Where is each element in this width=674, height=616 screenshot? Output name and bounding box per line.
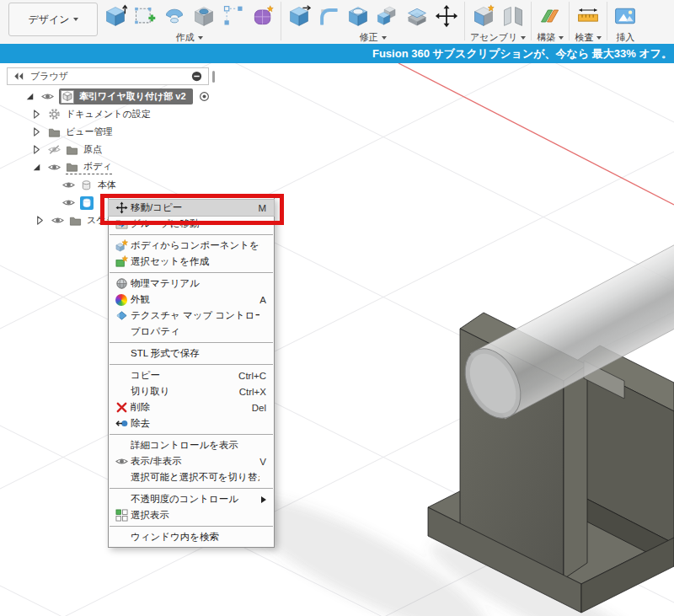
menu-item-physical-material[interactable]: 物理マテリアル (109, 276, 274, 292)
collapsed-triangle-icon[interactable] (30, 143, 43, 156)
tree-item-bodies[interactable]: ボディ (0, 158, 227, 176)
folder-move-icon (115, 217, 131, 230)
menu-separator (110, 434, 273, 435)
appearance-wheel-icon (115, 294, 131, 306)
group-label-inspect[interactable]: 検査 (575, 31, 602, 44)
expand-triangle-icon[interactable] (24, 90, 36, 103)
tree-item-main-body[interactable]: 本体 (0, 176, 227, 194)
tree-item-origin[interactable]: 原点 (0, 141, 227, 158)
move-icon[interactable] (434, 3, 459, 29)
menu-separator (110, 364, 273, 365)
document-cube-icon (61, 90, 74, 104)
new-component-icon[interactable] (471, 3, 496, 29)
top-toolbar: デザイン 作成 修正 (0, 0, 674, 44)
fillet-icon[interactable] (316, 3, 341, 29)
group-label-modify[interactable]: 修正 (360, 31, 387, 44)
create-sketch-icon[interactable] (132, 3, 158, 29)
menu-item-show-detailed-control[interactable]: 詳細コントロールを表示 (109, 437, 274, 453)
menu-item-delete[interactable]: 削除Del (109, 399, 274, 415)
menu-item-copy[interactable]: コピーCtrl+C (109, 367, 274, 383)
new-body-icon[interactable] (103, 3, 128, 29)
folder-icon (66, 143, 78, 156)
toolbar-group-create: 作成 (103, 0, 275, 44)
physical-material-icon (115, 277, 131, 290)
folder-icon (69, 214, 82, 227)
visibility-eye-icon[interactable] (41, 90, 54, 103)
menu-item-appearance[interactable]: 外観A (109, 292, 274, 308)
revolve-icon[interactable] (162, 3, 187, 29)
activate-radio-icon[interactable] (198, 90, 211, 103)
body-cylinder-icon (80, 179, 93, 191)
minimize-icon[interactable] (190, 70, 203, 83)
group-label-construct[interactable]: 構築 (537, 31, 564, 44)
group-label-create[interactable]: 作成 (176, 31, 203, 44)
promo-banner-text: Fusion 360 サブスクリプションが、今なら 最大33% オフ。 (372, 46, 674, 62)
visibility-off-eye-icon[interactable] (48, 143, 61, 156)
tree-item-document-settings[interactable]: ドキュメントの設定 (0, 105, 227, 123)
submenu-arrow-icon (261, 496, 266, 503)
shell-icon[interactable] (345, 3, 371, 29)
tree-item-label: 本体 (98, 179, 116, 191)
scrollbar-handle[interactable] (212, 71, 215, 83)
tree-root-item[interactable]: 牽引ワイヤ取り付け部 v2 (0, 88, 227, 105)
collapsed-triangle-icon[interactable] (30, 126, 43, 138)
menu-item-texture-map-control[interactable]: テクスチャ マップ コントロール (109, 308, 274, 324)
toolbar-group-modify: 修正 (286, 0, 459, 44)
menu-item-cut[interactable]: 切り取りCtrl+X (109, 383, 274, 399)
collapsed-triangle-icon[interactable] (34, 214, 46, 227)
menu-item-properties[interactable]: プロパティ (109, 324, 274, 340)
delete-x-icon (115, 401, 131, 414)
chevron-down-icon (559, 36, 564, 40)
menu-separator (110, 272, 273, 273)
chevron-down-icon (198, 36, 203, 40)
browser-panel-header[interactable]: ブラウザ (7, 67, 209, 85)
menu-item-remove[interactable]: 除去 (109, 415, 274, 431)
menu-item-opacity-control[interactable]: 不透明度のコントロール (109, 491, 274, 507)
toolbar-divider (607, 2, 607, 40)
menu-item-move-to-group[interactable]: グループに移動 (109, 216, 274, 232)
hole-icon[interactable] (191, 3, 217, 29)
menu-item-show-hide[interactable]: 表示/非表示V (109, 453, 274, 469)
create-form-icon[interactable] (250, 3, 275, 29)
toolbar-group-insert: 挿入 (612, 0, 638, 44)
root-document-label: 牽引ワイヤ取り付け部 v2 (79, 90, 186, 103)
menu-item-save-as-stl[interactable]: STL 形式で保存 (109, 345, 274, 362)
combine-icon[interactable] (375, 3, 400, 29)
menu-item-move-copy[interactable]: 移動/コピーM (109, 200, 274, 216)
tree-item-label: ボディ (83, 160, 112, 173)
group-label-assembly[interactable]: アセンブリ (470, 31, 526, 44)
gear-icon (48, 108, 61, 121)
chevron-down-icon (596, 36, 602, 40)
joint-icon[interactable] (500, 3, 526, 29)
menu-item-find-in-window[interactable]: ウィンドウ内を検索 (109, 529, 274, 545)
root-document-pill[interactable]: 牽引ワイヤ取り付け部 v2 (59, 88, 193, 104)
tree-item-view-management[interactable]: ビュー管理 (0, 123, 227, 141)
chevron-down-icon (521, 36, 526, 40)
context-menu: 移動/コピーM グループに移動 ボディからコンポーネントを作成 選択セットを作成… (108, 197, 275, 548)
visibility-eye-icon[interactable] (48, 161, 61, 174)
promo-banner[interactable]: Fusion 360 サブスクリプションが、今なら 最大33% オフ。 (0, 44, 674, 63)
selected-body-cylinder-icon (80, 196, 94, 210)
group-label-insert[interactable]: 挿入 (616, 31, 634, 44)
pattern-icon[interactable] (221, 3, 246, 29)
split-body-icon[interactable] (404, 3, 430, 29)
drop-indicator: ボディ (66, 160, 112, 174)
menu-item-toggle-selectable[interactable]: 選択可能と選択不可を切り替え (109, 469, 274, 485)
insert-image-icon[interactable] (612, 3, 638, 29)
construction-plane-icon[interactable] (538, 3, 563, 29)
press-pull-icon[interactable] (286, 3, 312, 29)
measure-icon[interactable] (575, 3, 601, 29)
visibility-eye-icon[interactable] (51, 214, 64, 227)
visibility-eye-icon[interactable] (62, 196, 75, 209)
collapsed-triangle-icon[interactable] (30, 108, 43, 121)
texture-map-icon (115, 309, 131, 322)
expand-triangle-icon[interactable] (30, 161, 43, 174)
folder-icon (48, 126, 61, 138)
tree-item-label: 原点 (83, 143, 102, 156)
menu-item-isolate[interactable]: 選択表示 (109, 507, 274, 523)
visibility-eye-icon[interactable] (62, 179, 75, 191)
workspace-selector[interactable]: デザイン (8, 3, 98, 36)
menu-item-create-selection-set[interactable]: 選択セットを作成 (109, 254, 274, 270)
collapse-panel-icon[interactable] (13, 70, 25, 83)
menu-item-component-from-body[interactable]: ボディからコンポーネントを作成 (109, 238, 274, 254)
